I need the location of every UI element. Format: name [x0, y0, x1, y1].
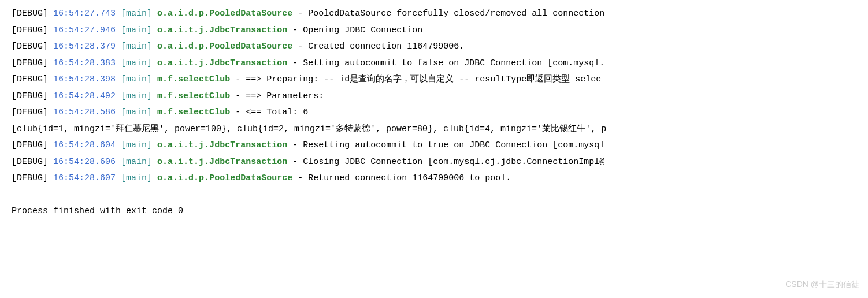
log-level: [DEBUG] — [12, 140, 48, 150]
log-line — [12, 187, 856, 204]
log-line: [DEBUG] 16:54:28.586 [main] m.f.selectCl… — [12, 105, 856, 121]
log-line: [DEBUG] 16:54:27.743 [main] o.a.i.d.p.Po… — [12, 6, 856, 23]
log-line: [DEBUG] 16:54:28.606 [main] o.a.i.t.j.Jd… — [12, 154, 856, 171]
log-logger: o.a.i.t.j.JdbcTransaction — [157, 140, 287, 150]
log-timestamp: 16:54:27.743 — [53, 9, 116, 18]
console-output: [DEBUG] 16:54:27.743 [main] o.a.i.d.p.Po… — [12, 6, 856, 220]
log-thread: [main] — [121, 58, 152, 68]
log-timestamp: 16:54:28.383 — [53, 58, 116, 68]
log-separator: - — [287, 58, 303, 68]
log-separator: - — [230, 91, 246, 101]
log-logger: o.a.i.t.j.JdbcTransaction — [157, 157, 287, 167]
log-timestamp: 16:54:27.946 — [53, 25, 116, 35]
log-level: [DEBUG] — [12, 173, 48, 183]
log-thread: [main] — [121, 91, 152, 101]
log-level: [DEBUG] — [12, 74, 48, 84]
log-line: [DEBUG] 16:54:27.946 [main] o.a.i.t.j.Jd… — [12, 23, 856, 39]
log-timestamp: 16:54:28.604 — [53, 140, 116, 150]
log-separator: - — [287, 157, 303, 167]
log-separator: - — [230, 107, 246, 117]
log-timestamp: 16:54:28.398 — [53, 74, 116, 84]
log-separator: - — [292, 42, 308, 51]
log-line: [DEBUG] 16:54:28.379 [main] o.a.i.d.p.Po… — [12, 39, 856, 55]
log-logger: o.a.i.d.p.PooledDataSource — [157, 9, 292, 18]
log-thread: [main] — [121, 74, 152, 84]
log-thread: [main] — [121, 25, 152, 35]
log-level: [DEBUG] — [12, 9, 48, 18]
log-logger: o.a.i.d.p.PooledDataSource — [157, 173, 292, 183]
log-timestamp: 16:54:28.607 — [53, 173, 116, 183]
log-message: Opening JDBC Connection — [303, 25, 422, 35]
log-message: Returned connection 1164799006 to pool. — [308, 173, 511, 183]
log-level: [DEBUG] — [12, 25, 48, 35]
log-separator: - — [292, 9, 308, 18]
log-message: ==> Preparing: -- id是查询的名字，可以自定义 -- resu… — [246, 74, 601, 84]
log-separator: - — [230, 74, 246, 84]
log-message: Closing JDBC Connection [com.mysql.cj.jd… — [303, 157, 604, 167]
log-level: [DEBUG] — [12, 157, 48, 167]
log-level: [DEBUG] — [12, 107, 48, 117]
log-timestamp: 16:54:28.586 — [53, 107, 116, 117]
log-thread: [main] — [121, 107, 152, 117]
log-thread: [main] — [121, 140, 152, 150]
log-line: [club{id=1, mingzi='拜仁慕尼黑', power=100}, … — [12, 121, 856, 138]
log-logger: o.a.i.t.j.JdbcTransaction — [157, 25, 287, 35]
log-separator: - — [287, 140, 303, 150]
log-logger: m.f.selectClub — [157, 91, 230, 101]
log-text: [club{id=1, mingzi='拜仁慕尼黑', power=100}, … — [12, 124, 606, 134]
log-timestamp: 16:54:28.606 — [53, 157, 116, 167]
log-line: [DEBUG] 16:54:28.492 [main] m.f.selectCl… — [12, 88, 856, 105]
log-line: Process finished with exit code 0 — [12, 203, 856, 220]
log-logger: m.f.selectClub — [157, 74, 230, 84]
log-line: [DEBUG] 16:54:28.383 [main] o.a.i.t.j.Jd… — [12, 55, 856, 72]
log-logger: o.a.i.t.j.JdbcTransaction — [157, 58, 287, 68]
log-timestamp: 16:54:28.492 — [53, 91, 116, 101]
log-logger: o.a.i.d.p.PooledDataSource — [157, 42, 292, 51]
log-line: [DEBUG] 16:54:28.604 [main] o.a.i.t.j.Jd… — [12, 137, 856, 154]
log-logger: m.f.selectClub — [157, 107, 230, 117]
log-message: <== Total: 6 — [246, 107, 308, 117]
log-thread: [main] — [121, 173, 152, 183]
log-message: Resetting autocommit to true on JDBC Con… — [303, 140, 604, 150]
log-line: [DEBUG] 16:54:28.607 [main] o.a.i.d.p.Po… — [12, 170, 856, 187]
log-line: [DEBUG] 16:54:28.398 [main] m.f.selectCl… — [12, 72, 856, 88]
log-thread: [main] — [121, 157, 152, 167]
log-message: Created connection 1164799006. — [308, 42, 464, 51]
log-separator: - — [287, 25, 303, 35]
log-timestamp: 16:54:28.379 — [53, 42, 116, 51]
log-thread: [main] — [121, 42, 152, 51]
log-message: PooledDataSource forcefully closed/remov… — [308, 9, 604, 18]
log-message: ==> Parameters: — [246, 91, 324, 101]
log-text: Process finished with exit code 0 — [12, 206, 183, 216]
log-thread: [main] — [121, 9, 152, 18]
log-level: [DEBUG] — [12, 58, 48, 68]
log-level: [DEBUG] — [12, 91, 48, 101]
log-level: [DEBUG] — [12, 42, 48, 51]
log-message: Setting autocommit to false on JDBC Conn… — [303, 58, 604, 68]
log-separator: - — [292, 173, 308, 183]
